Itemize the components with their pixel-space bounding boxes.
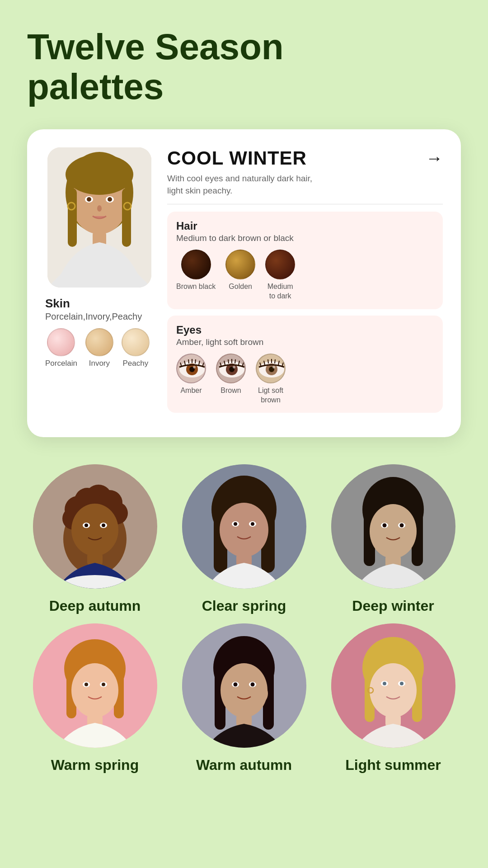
- swatch-label-peachy: Peachy: [123, 359, 149, 368]
- hair-title: Hair: [176, 220, 434, 232]
- hair-section: Hair Medium to dark brown or black Brown…: [167, 212, 443, 309]
- season-item-warm-spring[interactable]: Warm spring: [23, 623, 167, 774]
- swatch-peachy: Peachy: [122, 328, 150, 368]
- svg-line-22: [195, 359, 196, 363]
- skin-title: Skin: [45, 297, 154, 311]
- svg-point-61: [84, 524, 88, 527]
- season-photo-warm-spring: [33, 623, 157, 748]
- svg-point-113: [383, 682, 386, 685]
- eyes-label-lightsoftbrown: Ligt soft brown: [258, 386, 283, 405]
- eyes-swatches: Amber: [176, 354, 434, 405]
- eyes-swatch-brown: Brown: [216, 354, 246, 405]
- card-left: Skin Porcelain,Invory,Peachy Porcelain I…: [45, 147, 154, 419]
- card-header: COOL WINTER →: [167, 147, 443, 169]
- hair-color-brownblack: [181, 250, 211, 279]
- season-photo-warm-autumn: [182, 623, 306, 748]
- eyes-color-lightsoftbrown: [256, 354, 286, 383]
- svg-point-92: [84, 683, 88, 686]
- eyes-color-amber: [176, 354, 206, 383]
- svg-point-58: [71, 504, 118, 556]
- season-item-warm-autumn[interactable]: Warm autumn: [172, 623, 316, 774]
- hair-label-brownblack: Brown black: [176, 282, 216, 292]
- svg-point-5: [66, 154, 133, 195]
- season-item-deep-winter[interactable]: Deep winter: [321, 464, 465, 614]
- swatch-invory: Invory: [85, 328, 113, 368]
- hair-label-golden: Golden: [229, 282, 252, 292]
- svg-rect-4: [122, 188, 131, 247]
- eyes-swatch-lightsoftbrown: Ligt soft brown: [256, 354, 286, 405]
- skin-swatches: Porcelain Invory Peachy: [45, 328, 154, 368]
- swatch-color-peachy: [122, 328, 150, 356]
- hair-swatches: Brown black Golden Medium to dark: [176, 250, 434, 301]
- season-name-deep-winter: Deep winter: [352, 598, 434, 614]
- svg-point-93: [102, 683, 105, 686]
- season-photo-clear-spring: [182, 464, 306, 589]
- swatch-label-invory: Invory: [89, 359, 110, 368]
- hair-swatch-mediumdark: Medium to dark: [265, 250, 295, 301]
- person-photo: [47, 147, 151, 288]
- season-item-deep-autumn[interactable]: Deep autumn: [23, 464, 167, 614]
- eyes-color-brown: [216, 354, 246, 383]
- swatch-label-porcelain: Porcelain: [45, 359, 77, 368]
- season-item-clear-spring[interactable]: Clear spring: [172, 464, 316, 614]
- skin-section: Skin Porcelain,Invory,Peachy Porcelain I…: [45, 297, 154, 372]
- svg-line-20: [188, 359, 189, 363]
- eyes-label-brown: Brown: [221, 386, 241, 396]
- svg-point-25: [193, 366, 196, 368]
- svg-point-114: [400, 682, 404, 685]
- svg-rect-3: [68, 188, 77, 247]
- season-photo-deep-autumn: [33, 464, 157, 589]
- svg-point-72: [234, 522, 237, 526]
- swatch-porcelain: Porcelain: [45, 328, 77, 368]
- season-title: COOL WINTER: [167, 147, 307, 169]
- svg-point-110: [370, 663, 417, 717]
- season-name-clear-spring: Clear spring: [202, 598, 286, 614]
- svg-point-73: [251, 522, 254, 526]
- svg-point-9: [108, 197, 112, 202]
- season-item-light-summer[interactable]: Light summer: [321, 623, 465, 774]
- svg-point-49: [272, 366, 275, 368]
- hair-swatch-brownblack: Brown black: [176, 250, 216, 301]
- svg-point-103: [250, 683, 254, 687]
- hair-color-golden: [225, 250, 255, 279]
- arrow-icon[interactable]: →: [426, 149, 443, 168]
- seasons-grid: Deep autumn Clear: [0, 455, 488, 792]
- svg-point-102: [233, 683, 237, 687]
- skin-subtitle: Porcelain,Invory,Peachy: [45, 311, 154, 322]
- eyes-subtitle: Amber, light soft brown: [176, 337, 434, 347]
- svg-line-46: [275, 359, 275, 363]
- main-card: Skin Porcelain,Invory,Peachy Porcelain I…: [27, 129, 461, 437]
- svg-point-79: [370, 504, 417, 558]
- svg-point-8: [87, 197, 91, 202]
- season-photo-light-summer: [331, 623, 455, 748]
- season-desc: With cool eyes and naturally dark hair, …: [167, 173, 443, 197]
- swatch-color-invory: [85, 328, 113, 356]
- svg-point-69: [220, 503, 268, 557]
- swatch-color-porcelain: [47, 328, 75, 356]
- season-name-deep-autumn: Deep autumn: [49, 598, 141, 614]
- page-title: Twelve Season palettes: [0, 0, 488, 120]
- hair-label-mediumdark: Medium to dark: [267, 282, 293, 301]
- svg-point-10: [97, 205, 102, 212]
- svg-line-34: [235, 359, 235, 363]
- season-name-warm-autumn: Warm autumn: [196, 757, 292, 774]
- eyes-title: Eyes: [176, 324, 434, 336]
- season-name-light-summer: Light summer: [345, 757, 441, 774]
- svg-point-62: [102, 524, 105, 527]
- svg-point-89: [71, 663, 118, 717]
- divider: [167, 204, 443, 204]
- eyes-section: Eyes Amber, light soft brown: [167, 316, 443, 413]
- svg-point-37: [233, 366, 235, 368]
- card-right: COOL WINTER → With cool eyes and natural…: [167, 147, 443, 419]
- svg-line-44: [268, 359, 268, 363]
- svg-line-32: [228, 359, 229, 363]
- hair-subtitle: Medium to dark brown or black: [176, 233, 434, 243]
- svg-point-82: [382, 524, 386, 528]
- hair-swatch-golden: Golden: [225, 250, 255, 301]
- season-photo-deep-winter: [331, 464, 455, 589]
- eyes-swatch-amber: Amber: [176, 354, 206, 405]
- hair-color-mediumdark: [265, 250, 295, 279]
- svg-point-83: [399, 524, 404, 528]
- eyes-label-amber: Amber: [180, 386, 202, 396]
- season-name-warm-spring: Warm spring: [51, 757, 139, 774]
